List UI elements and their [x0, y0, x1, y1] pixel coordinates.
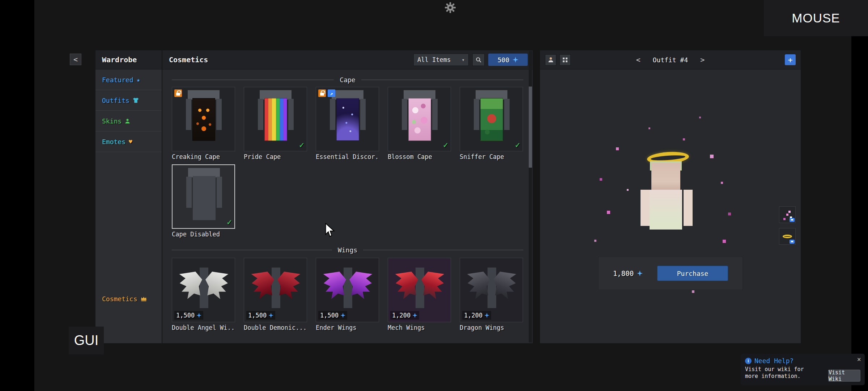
previous-outfit-button[interactable]: <	[633, 55, 643, 64]
lock-icon	[176, 93, 180, 96]
character-head	[651, 163, 680, 190]
particle	[728, 213, 731, 215]
shirt-icon	[133, 98, 139, 103]
outfit-panel: < Outfit #4 > +	[540, 50, 801, 344]
owned-check-icon: ✓	[227, 217, 232, 227]
price-value: 1,200	[464, 312, 482, 319]
cosmetic-name: Double Angel Wi...	[172, 322, 235, 333]
balance-value: 500	[498, 56, 510, 64]
coin-icon	[340, 313, 345, 318]
equipped-badge	[790, 218, 795, 222]
screenshot-stage: < Wardrobe Featured ★ Outfits Skins Emot…	[0, 0, 868, 391]
cosmetic-card-pride-cape[interactable]: ✓ Pride Cape	[244, 87, 307, 162]
cosmetics-panel: Cosmetics All Items ▾ 500	[162, 50, 533, 344]
sidebar-item-emotes[interactable]: Emotes ♥	[95, 131, 162, 152]
cosmetics-body: Cape Creaking Cape ✓	[162, 70, 533, 344]
scrollbar[interactable]	[529, 51, 532, 342]
particle	[721, 182, 723, 184]
sidebar-title: Wardrobe	[102, 55, 137, 64]
particle	[616, 147, 619, 150]
help-title: Need Help?	[754, 357, 793, 365]
cosmetic-card-sniffer-cape[interactable]: ✓ Sniffer Cape	[460, 87, 523, 162]
player-view-button[interactable]	[545, 54, 556, 66]
scrollbar-thumb[interactable]	[529, 87, 532, 168]
mouse-cursor	[325, 223, 336, 240]
chevron-left-icon: <	[73, 55, 78, 64]
cosmetic-preview: 1,500	[172, 258, 235, 322]
equipped-particles-thumb[interactable]	[779, 206, 796, 223]
coin-icon	[512, 57, 518, 63]
cosmetic-card-ender-wings[interactable]: 1,500 Ender Wings	[316, 258, 379, 333]
sidebar-item-featured[interactable]: Featured ★	[95, 70, 162, 90]
price-value: 1,500	[248, 312, 267, 319]
cosmetic-card-dragon-wings[interactable]: 1,200 Dragon Wings	[460, 258, 523, 333]
outfit-preview-area: 1,800 Purchase	[540, 70, 801, 311]
sidebar-item-skins[interactable]: Skins	[95, 111, 162, 131]
section-label: Wings	[338, 246, 357, 254]
settings-button[interactable]	[443, 1, 457, 14]
add-outfit-button[interactable]: +	[785, 54, 796, 65]
cosmetic-card-creaking-cape[interactable]: Creaking Cape	[172, 87, 235, 162]
coin-icon	[196, 313, 201, 318]
external-link-badge: ↗	[328, 89, 335, 97]
chevron-down-icon: ▾	[462, 57, 465, 63]
search-button[interactable]	[472, 54, 485, 66]
section-label: Cape	[340, 76, 355, 84]
grid-icon	[563, 58, 565, 59]
cosmetic-card-essential-discord-cape[interactable]: ↗ Essential Discor...	[316, 87, 379, 162]
cosmetic-card-blossom-cape[interactable]: ✓ Blossom Cape	[388, 87, 451, 162]
cosmetic-card-cape-disabled[interactable]: ✓ Cape Disabled	[172, 164, 235, 240]
cosmetic-name: Double Demonic...	[244, 322, 307, 333]
equipped-cosmetics-list	[779, 206, 796, 245]
visit-wiki-button[interactable]: Visit Wiki	[828, 370, 860, 382]
cosmetic-preview	[172, 87, 235, 151]
cosmetic-card-mech-wings[interactable]: 1,200 Mech Wings	[388, 258, 451, 333]
filter-dropdown[interactable]: All Items ▾	[413, 54, 469, 66]
section-header-wings: Wings	[172, 242, 523, 258]
crown-icon	[141, 296, 147, 301]
person-icon	[125, 118, 130, 124]
grid-view-button[interactable]	[559, 54, 571, 66]
purchase-bar: 1,800 Purchase	[598, 257, 743, 290]
character-torso	[650, 190, 682, 230]
outfit-price: 1,800	[613, 269, 643, 277]
owned-check-icon: ✓	[443, 140, 448, 150]
close-icon[interactable]: ×	[857, 355, 861, 363]
equipped-badge	[790, 240, 795, 244]
price-value: 1,200	[392, 312, 410, 319]
gui-annotation-label: GUI	[69, 327, 104, 354]
cosmetic-name: Blossom Cape	[388, 151, 451, 162]
cosmetic-card-double-angel-wings[interactable]: 1,500 Double Angel Wi...	[172, 258, 235, 333]
section-header-cape: Cape	[172, 72, 523, 87]
sidebar-item-outfits[interactable]: Outfits	[95, 90, 162, 111]
cosmetic-card-double-demonic-wings[interactable]: 1,500 Double Demonic...	[244, 258, 307, 333]
sidebar-item-label: Skins	[102, 117, 122, 125]
help-toast: i Need Help? × Visit our wiki for more i…	[741, 354, 865, 385]
owned-check-icon: ✓	[299, 140, 304, 150]
price-chip: 1,500	[246, 311, 275, 320]
coin-icon	[268, 313, 273, 318]
coin-icon	[412, 313, 417, 318]
particle	[692, 290, 694, 293]
back-button[interactable]: <	[70, 54, 81, 65]
equipped-halo-thumb[interactable]	[779, 228, 796, 245]
outfit-header: < Outfit #4 > +	[540, 50, 801, 70]
cosmetics-title: Cosmetics	[169, 55, 208, 64]
cosmetic-name: Essential Discor...	[316, 151, 379, 162]
halo-icon	[783, 235, 792, 238]
sidebar-item-label: Cosmetics	[102, 295, 137, 303]
sidebar-item-label: Emotes	[102, 138, 125, 146]
info-icon: i	[745, 358, 752, 364]
sidebar-item-label: Featured	[102, 76, 133, 84]
balance-button[interactable]: 500	[488, 54, 528, 66]
cosmetic-preview: ✓	[388, 87, 451, 151]
player-icon	[548, 57, 554, 63]
character-arm	[641, 190, 650, 226]
character-arm	[684, 190, 693, 226]
particle	[683, 138, 685, 140]
sidebar-item-label: Outfits	[102, 97, 129, 104]
next-outfit-button[interactable]: >	[697, 55, 707, 64]
purchase-button[interactable]: Purchase	[657, 266, 728, 281]
cosmetic-name: Pride Cape	[244, 151, 307, 162]
wardrobe-sidebar: Wardrobe Featured ★ Outfits Skins Emotes…	[95, 50, 162, 344]
